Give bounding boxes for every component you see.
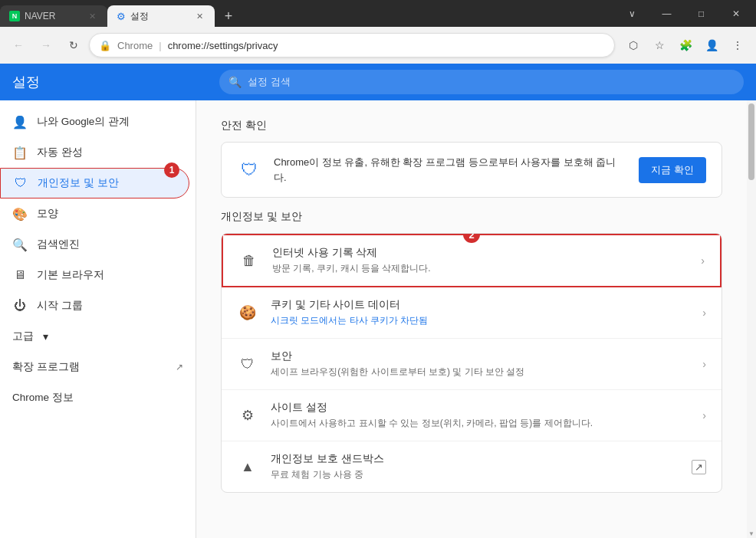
sidebar-item-startup[interactable]: ⏻ 시작 그룹	[0, 290, 189, 321]
power-icon: ⏻	[12, 298, 28, 313]
site-settings-icon: ⚙	[237, 405, 258, 426]
badge-1: 1	[164, 162, 179, 178]
safe-browsing-content: 🛡 Chrome이 정보 유출, 유해한 확장 프로그램 등으로부터 사용자를 …	[222, 143, 721, 197]
settings-sidebar: 👤 나와 Google의 관계 📋 자동 완성 🛡 개인정보 및 보안 1 🎨	[0, 100, 196, 538]
maximize-button[interactable]: □	[684, 0, 718, 27]
clear-browsing-text: 인터넷 사용 기록 삭제 방문 기록, 쿠키, 캐시 등을 삭제합니다.	[272, 246, 689, 275]
tab-naver-close[interactable]: ✕	[86, 10, 98, 22]
sidebar-advanced-label: 고급	[12, 330, 34, 343]
clear-browsing-arrow: ›	[701, 254, 705, 267]
chevron-button[interactable]: ∨	[615, 0, 649, 27]
privacy-sandbox-title: 개인정보 보호 샌드박스	[271, 452, 679, 466]
search-icon: 🔍	[228, 76, 242, 88]
tabs-area: N NAVER ✕ ⚙ 설정 ✕ +	[0, 0, 612, 27]
privacy-sandbox-subtitle: 무료 체험 기능 사용 중	[271, 468, 679, 481]
settings-main: 안전 확인 🛡 Chrome이 정보 유출, 유해한 확장 프로그램 등으로부터…	[196, 100, 747, 538]
search-small-icon: 🔍	[12, 237, 28, 252]
tab-settings-label: 설정	[130, 10, 149, 23]
safe-shield-icon: 🛡	[237, 158, 261, 182]
new-tab-button[interactable]: +	[218, 5, 239, 27]
site-settings-text: 사이트 설정 사이트에서 사용하고 표시할 수 있는 정보(위치, 카메라, 팝…	[271, 401, 690, 430]
settings-header-title: 설정	[12, 73, 166, 91]
cookies-text: 쿠키 및 기타 사이트 데이터 시크릿 모드에서는 타사 쿠키가 차단됨	[271, 298, 690, 327]
sidebar-item-privacy[interactable]: 🛡 개인정보 및 보안 1	[0, 168, 189, 198]
cookie-icon: 🍪	[237, 302, 258, 323]
security-title: 보안	[271, 349, 690, 363]
scrollbar-track[interactable]: ▼	[747, 100, 756, 538]
security-shield-icon: 🛡	[237, 353, 258, 375]
url-separator: |	[159, 40, 161, 51]
sidebar-item-extensions[interactable]: 확장 프로그램 ↗	[0, 352, 196, 382]
scroll-down-arrow[interactable]: ▼	[747, 529, 756, 538]
scrollbar-thumb[interactable]	[748, 103, 754, 180]
sidebar-item-search[interactable]: 🔍 검색엔진	[0, 229, 189, 260]
settings-item-clear-browsing[interactable]: 2 🗑 인터넷 사용 기록 삭제 방문 기록, 쿠키, 캐시 등을 삭제합니다.…	[222, 234, 721, 287]
share-icon[interactable]: ⬡	[621, 33, 646, 57]
forward-button[interactable]: →	[34, 33, 58, 57]
cookies-title: 쿠키 및 기타 사이트 데이터	[271, 298, 690, 312]
tab-naver[interactable]: N NAVER ✕	[0, 5, 107, 27]
shield-blue-icon: 🛡	[13, 176, 28, 191]
settings-item-site-settings[interactable]: ⚙ 사이트 설정 사이트에서 사용하고 표시할 수 있는 정보(위치, 카메라,…	[222, 390, 721, 441]
bookmark-icon[interactable]: ☆	[647, 33, 672, 57]
sidebar-me-google-label: 나와 Google의 관계	[37, 115, 130, 129]
settings-item-cookies[interactable]: 🍪 쿠키 및 기타 사이트 데이터 시크릿 모드에서는 타사 쿠키가 차단됨 ›	[222, 287, 721, 339]
sidebar-privacy-label: 개인정보 및 보안	[38, 176, 119, 190]
back-button[interactable]: ←	[6, 33, 31, 57]
palette-icon: 🎨	[12, 206, 28, 221]
settings-search-placeholder: 설정 검색	[248, 75, 291, 89]
menu-icon[interactable]: ⋮	[725, 33, 750, 57]
privacy-sandbox-text: 개인정보 보호 샌드박스 무료 체험 기능 사용 중	[271, 452, 679, 481]
sidebar-chrome-info-label: Chrome 정보	[12, 391, 74, 405]
settings-layout: 설정 🔍 설정 검색 👤 나와 Google의 관계 📋 자동 완성	[0, 64, 756, 538]
monitor-icon: 🖥	[12, 267, 28, 283]
window-controls: ∨ — □ ✕	[612, 0, 756, 27]
security-arrow: ›	[702, 358, 706, 370]
sidebar-item-browser[interactable]: 🖥 기본 브라우저	[0, 260, 189, 290]
external-link-icon: ↗	[176, 362, 183, 372]
sidebar-search-label: 검색엔진	[37, 238, 80, 251]
privacy-section-title: 개인정보 및 보안	[221, 210, 722, 224]
settings-item-privacy-sandbox[interactable]: ▲ 개인정보 보호 샌드박스 무료 체험 기능 사용 중 ↗	[222, 441, 721, 492]
site-settings-subtitle: 사이트에서 사용하고 표시할 수 있는 정보(위치, 카메라, 팝업 등)를 제…	[271, 417, 690, 430]
sidebar-item-me-google[interactable]: 👤 나와 Google의 관계	[0, 107, 189, 137]
close-button[interactable]: ✕	[718, 0, 753, 27]
reload-button[interactable]: ↻	[61, 33, 86, 57]
sidebar-appearance-label: 모양	[37, 207, 58, 221]
check-now-button[interactable]: 지금 확인	[639, 157, 706, 183]
privacy-settings-list: 2 🗑 인터넷 사용 기록 삭제 방문 기록, 쿠키, 캐시 등을 삭제합니다.…	[221, 233, 722, 493]
clipboard-icon: 📋	[12, 145, 28, 160]
settings-search-box[interactable]: 🔍 설정 검색	[219, 70, 744, 94]
cookies-subtitle: 시크릿 모드에서는 타사 쿠키가 차단됨	[271, 314, 690, 327]
tab-settings[interactable]: ⚙ 설정 ✕	[107, 5, 215, 27]
toolbar-icons: ⬡ ☆ 🧩 👤 ⋮	[621, 33, 750, 57]
sidebar-item-chrome-info[interactable]: Chrome 정보	[0, 382, 196, 413]
cookies-arrow: ›	[702, 307, 706, 319]
sidebar-item-appearance[interactable]: 🎨 모양	[0, 198, 189, 229]
security-text: 보안 세이프 브라우징(위험한 사이트로부터 보호) 및 기타 보안 설정	[271, 349, 690, 379]
safe-browsing-text: Chrome이 정보 유출, 유해한 확장 프로그램 등으로부터 사용자를 보호…	[274, 155, 626, 185]
minimize-button[interactable]: —	[649, 0, 684, 27]
naver-favicon: N	[9, 11, 20, 21]
url-bar[interactable]: 🔒 Chrome | chrome://settings/privacy	[89, 33, 615, 57]
safe-section-title: 안전 확인	[221, 119, 722, 133]
sidebar-browser-label: 기본 브라우저	[37, 268, 104, 282]
account-icon[interactable]: 👤	[699, 33, 724, 57]
chevron-down-icon: ▾	[43, 330, 48, 343]
sidebar-item-autofill[interactable]: 📋 자동 완성	[0, 137, 189, 168]
sandbox-icon: ▲	[237, 456, 258, 477]
settings-item-security[interactable]: 🛡 보안 세이프 브라우징(위험한 사이트로부터 보호) 및 기타 보안 설정 …	[222, 339, 721, 390]
extensions-icon[interactable]: 🧩	[673, 33, 698, 57]
settings-header: 설정 🔍 설정 검색	[0, 64, 756, 100]
tab-naver-label: NAVER	[25, 11, 55, 21]
safe-browsing-card: 🛡 Chrome이 정보 유출, 유해한 확장 프로그램 등으로부터 사용자를 …	[221, 142, 722, 198]
person-icon: 👤	[12, 114, 28, 130]
clear-browsing-title: 인터넷 사용 기록 삭제	[272, 246, 689, 260]
badge-2: 2	[463, 233, 480, 243]
security-subtitle: 세이프 브라우징(위험한 사이트로부터 보호) 및 기타 보안 설정	[271, 366, 690, 379]
tab-settings-close[interactable]: ✕	[193, 10, 205, 22]
settings-body: 👤 나와 Google의 관계 📋 자동 완성 🛡 개인정보 및 보안 1 🎨	[0, 100, 756, 538]
sidebar-extensions-label: 확장 프로그램	[12, 360, 80, 374]
clear-browsing-subtitle: 방문 기록, 쿠키, 캐시 등을 삭제합니다.	[272, 262, 689, 275]
sidebar-item-advanced[interactable]: 고급 ▾	[0, 321, 196, 352]
